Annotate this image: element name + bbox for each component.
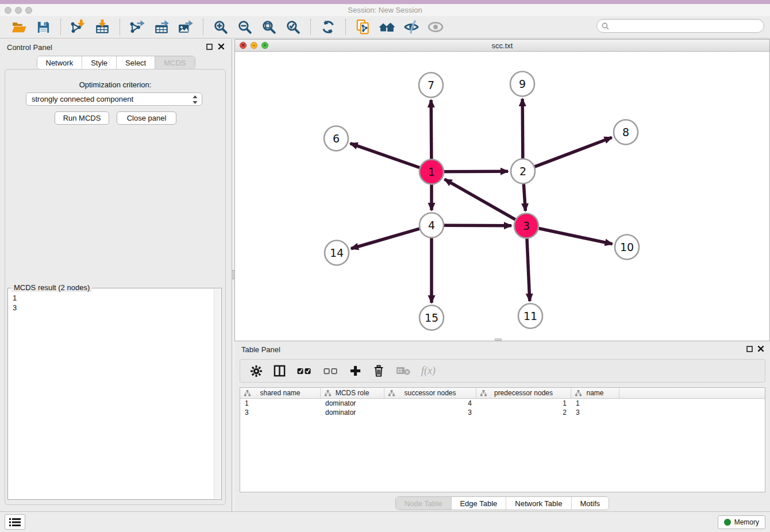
network-canvas[interactable]: 7968124314101511: [235, 52, 769, 341]
table-cell[interactable]: dominator: [321, 408, 384, 417]
zoom-out-icon[interactable]: [236, 18, 254, 36]
edge-3-1[interactable]: [445, 179, 515, 219]
edge-2-3[interactable]: [523, 184, 525, 211]
delete-table-icon[interactable]: [396, 364, 410, 379]
edge-1-7[interactable]: [431, 100, 432, 159]
tab-node-table[interactable]: Node Table: [396, 497, 452, 510]
tab-network-table[interactable]: Network Table: [506, 497, 571, 510]
toolbar-separator: [120, 19, 120, 35]
column-header-name[interactable]: name: [571, 388, 619, 398]
column-header-successor-nodes[interactable]: successor nodes: [384, 388, 476, 398]
table-cell[interactable]: dominator: [321, 399, 384, 408]
tab-network[interactable]: Network: [37, 56, 82, 69]
table-cell[interactable]: 1: [571, 399, 619, 408]
mcds-result-list[interactable]: 13: [8, 288, 221, 313]
float-panel-icon[interactable]: [206, 44, 213, 50]
import-network-icon[interactable]: [69, 18, 87, 36]
export-network-icon[interactable]: [128, 18, 147, 36]
search-input[interactable]: [609, 21, 764, 31]
network-graph[interactable]: 7968124314101511: [235, 52, 769, 341]
right-area: ✕ − + scc.txt 7968124314101511 Table Pan…: [234, 39, 770, 511]
table-panel: Table Panel f(x) shared nameMCDS rolesuc…: [234, 341, 770, 512]
toolbar-separator: [203, 19, 203, 35]
hide-selected-icon[interactable]: [402, 18, 421, 36]
node-label-4: 4: [428, 219, 435, 232]
node-3[interactable]: 3: [514, 214, 538, 238]
apply-function-icon[interactable]: f(x): [421, 364, 436, 379]
first-neighbors-icon[interactable]: [378, 18, 396, 36]
node-4[interactable]: 4: [419, 213, 444, 238]
export-table-icon[interactable]: [152, 18, 171, 36]
node-label-11: 11: [523, 310, 537, 322]
mcds-result-scrollbar[interactable]: [214, 289, 221, 499]
table-cell[interactable]: 1: [476, 399, 571, 408]
tab-edge-table[interactable]: Edge Table: [451, 497, 506, 510]
apply-layout-icon[interactable]: [319, 18, 337, 36]
close-panel-icon[interactable]: [218, 43, 225, 50]
column-header-predecessor-nodes[interactable]: predecessor nodes: [476, 388, 571, 398]
edge-3-11[interactable]: [527, 238, 530, 301]
network-window-title: scc.txt: [235, 41, 769, 50]
edge-4-14[interactable]: [351, 229, 419, 249]
tab-style[interactable]: Style: [82, 56, 117, 69]
node-1[interactable]: 1: [419, 160, 444, 184]
node-9[interactable]: 9: [510, 72, 534, 97]
save-session-icon[interactable]: [34, 18, 52, 36]
task-history-button[interactable]: [5, 514, 25, 530]
tab-mcds[interactable]: MCDS: [155, 56, 194, 69]
search-field[interactable]: [596, 19, 764, 33]
edge-4-3[interactable]: [444, 225, 511, 226]
criterion-select[interactable]: strongly connected component: [26, 92, 202, 106]
zoom-in-icon[interactable]: [211, 18, 230, 36]
run-mcds-button[interactable]: Run MCDS: [55, 111, 109, 125]
canvas-resize-grip[interactable]: [495, 338, 502, 341]
close-table-panel-icon[interactable]: [757, 345, 764, 352]
edge-1-6[interactable]: [351, 144, 420, 168]
toolbar-separator: [345, 19, 346, 35]
float-table-panel-icon[interactable]: [746, 346, 753, 352]
zoom-selected-icon[interactable]: [284, 18, 302, 36]
deselect-all-icon[interactable]: [323, 364, 338, 379]
edge-2-8[interactable]: [535, 137, 612, 167]
select-all-icon[interactable]: [297, 364, 312, 379]
table-cell[interactable]: 3: [571, 408, 619, 417]
criterion-select-value: strongly connected component: [32, 95, 133, 103]
edge-1-2[interactable]: [444, 171, 508, 172]
node-2[interactable]: 2: [511, 159, 535, 184]
table-cell[interactable]: 3: [240, 408, 321, 417]
edge-2-9[interactable]: [522, 99, 523, 159]
export-image-icon[interactable]: [176, 18, 195, 36]
show-column-panel-icon[interactable]: [274, 364, 286, 379]
edge-3-10[interactable]: [539, 229, 613, 244]
table-cell[interactable]: 2: [476, 408, 571, 417]
node-15[interactable]: 15: [419, 306, 444, 330]
table-mode-icon[interactable]: [250, 364, 263, 379]
table-row[interactable]: 1dominator411: [240, 399, 765, 408]
tab-motifs[interactable]: Motifs: [571, 497, 609, 510]
node-14[interactable]: 14: [325, 241, 349, 265]
node-10[interactable]: 10: [615, 235, 639, 260]
create-column-icon[interactable]: [349, 364, 361, 379]
table-cell[interactable]: 4: [384, 399, 476, 408]
table-cell[interactable]: 3: [384, 408, 476, 417]
tab-select[interactable]: Select: [117, 56, 155, 69]
node-label-6: 6: [333, 132, 340, 145]
show-all-icon[interactable]: [426, 18, 445, 36]
zoom-fit-icon[interactable]: [260, 18, 278, 36]
column-header-mcds-role[interactable]: MCDS role: [321, 388, 384, 398]
column-header-shared-name[interactable]: shared name: [240, 388, 321, 398]
node-7[interactable]: 7: [419, 73, 443, 98]
import-table-icon[interactable]: [93, 18, 111, 36]
table-tabs: Node TableEdge TableNetwork TableMotifs: [395, 496, 609, 510]
close-panel-button[interactable]: Close panel: [117, 111, 176, 125]
column-header-label: shared name: [260, 389, 300, 397]
table-row[interactable]: 3dominator323: [240, 408, 765, 417]
memory-button[interactable]: Memory: [718, 515, 765, 529]
node-8[interactable]: 8: [614, 120, 638, 145]
delete-columns-icon[interactable]: [372, 364, 385, 379]
node-11[interactable]: 11: [518, 304, 542, 329]
new-network-from-selection-icon[interactable]: [354, 18, 372, 36]
table-cell[interactable]: 1: [240, 399, 321, 408]
open-session-icon[interactable]: [10, 18, 28, 36]
node-6[interactable]: 6: [324, 126, 348, 151]
